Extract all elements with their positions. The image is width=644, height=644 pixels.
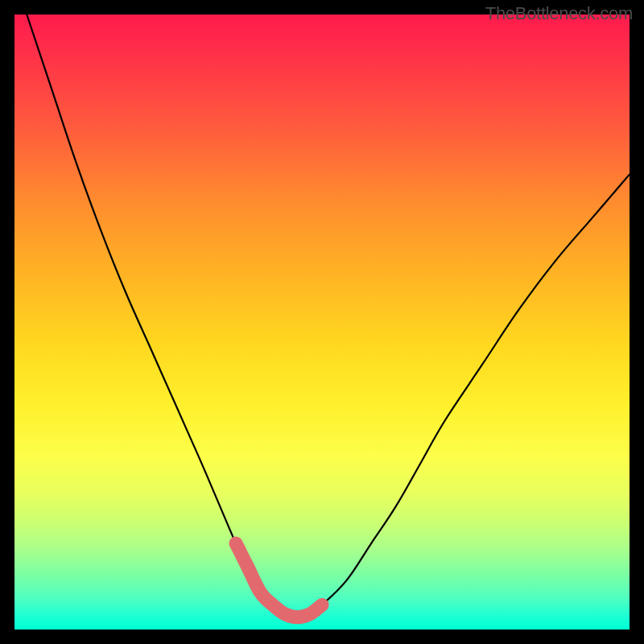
watermark-text: TheBottleneck.com	[485, 3, 633, 24]
optimal-zone-highlight	[236, 543, 322, 617]
bottleneck-curve	[27, 14, 630, 617]
chart-svg	[14, 14, 630, 630]
chart-gradient-background	[14, 14, 630, 630]
